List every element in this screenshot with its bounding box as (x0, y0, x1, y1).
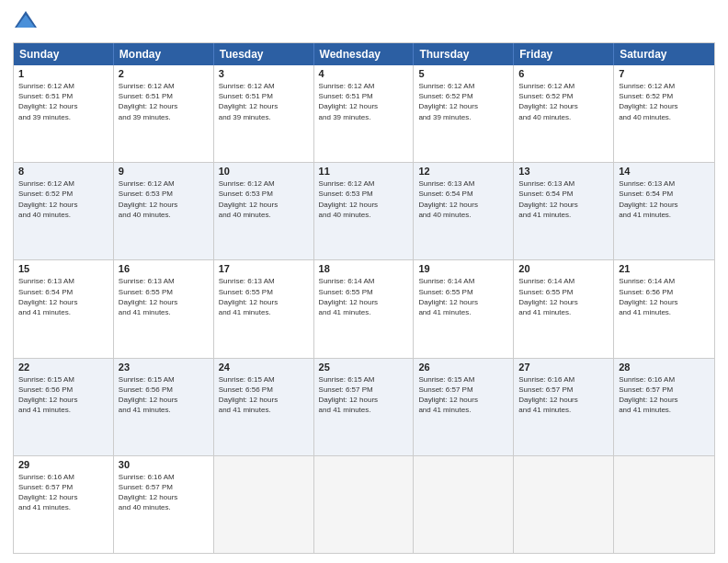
cell-info: Sunrise: 6:14 AMSunset: 6:55 PMDaylight:… (518, 276, 609, 317)
day-number: 28 (619, 362, 710, 373)
day-number: 4 (319, 68, 409, 79)
calendar-cell-11: 11Sunrise: 6:12 AMSunset: 6:53 PMDayligh… (314, 163, 415, 259)
page: SundayMondayTuesdayWednesdayThursdayFrid… (0, 0, 728, 563)
calendar-cell-29: 29Sunrise: 6:16 AMSunset: 6:57 PMDayligh… (14, 456, 114, 553)
calendar-cell-17: 17Sunrise: 6:13 AMSunset: 6:55 PMDayligh… (214, 260, 314, 357)
day-number: 18 (319, 263, 409, 274)
cell-info: Sunrise: 6:12 AMSunset: 6:51 PMDaylight:… (219, 81, 309, 122)
calendar-cell-empty (614, 456, 714, 553)
calendar-cell-28: 28Sunrise: 6:16 AMSunset: 6:57 PMDayligh… (614, 359, 714, 455)
calendar-cell-27: 27Sunrise: 6:16 AMSunset: 6:57 PMDayligh… (514, 359, 614, 455)
day-number: 22 (18, 362, 108, 373)
day-number: 19 (418, 263, 508, 274)
day-of-week-saturday: Saturday (614, 43, 714, 65)
day-number: 17 (219, 263, 309, 274)
day-number: 27 (518, 362, 609, 373)
cell-info: Sunrise: 6:12 AMSunset: 6:51 PMDaylight:… (18, 81, 108, 122)
calendar-row-4: 22Sunrise: 6:15 AMSunset: 6:56 PMDayligh… (14, 359, 714, 456)
day-of-week-wednesday: Wednesday (314, 43, 415, 65)
day-number: 2 (119, 68, 209, 79)
cell-info: Sunrise: 6:12 AMSunset: 6:53 PMDaylight:… (319, 178, 409, 220)
cell-info: Sunrise: 6:16 AMSunset: 6:57 PMDaylight:… (119, 472, 209, 513)
calendar-row-1: 1Sunrise: 6:12 AMSunset: 6:51 PMDaylight… (14, 65, 714, 163)
calendar-cell-18: 18Sunrise: 6:14 AMSunset: 6:55 PMDayligh… (314, 260, 415, 357)
calendar-cell-9: 9Sunrise: 6:12 AMSunset: 6:53 PMDaylight… (114, 163, 214, 259)
cell-info: Sunrise: 6:12 AMSunset: 6:52 PMDaylight:… (18, 178, 108, 220)
calendar-cell-7: 7Sunrise: 6:12 AMSunset: 6:52 PMDaylight… (614, 65, 714, 162)
day-of-week-tuesday: Tuesday (214, 43, 314, 65)
day-number: 8 (18, 166, 108, 177)
logo-icon (13, 9, 39, 35)
cell-info: Sunrise: 6:12 AMSunset: 6:52 PMDaylight:… (619, 81, 710, 122)
calendar-cell-10: 10Sunrise: 6:12 AMSunset: 6:53 PMDayligh… (214, 163, 314, 259)
day-number: 9 (119, 166, 209, 177)
cell-info: Sunrise: 6:14 AMSunset: 6:55 PMDaylight:… (319, 276, 409, 317)
day-number: 15 (18, 263, 108, 274)
day-number: 11 (319, 166, 409, 177)
day-number: 3 (219, 68, 309, 79)
cell-info: Sunrise: 6:12 AMSunset: 6:53 PMDaylight:… (119, 178, 209, 220)
calendar-cell-14: 14Sunrise: 6:13 AMSunset: 6:54 PMDayligh… (614, 163, 714, 259)
calendar-cell-13: 13Sunrise: 6:13 AMSunset: 6:54 PMDayligh… (514, 163, 614, 259)
calendar-cell-empty (514, 456, 614, 553)
cell-info: Sunrise: 6:13 AMSunset: 6:54 PMDaylight:… (18, 276, 108, 317)
calendar-cell-empty (314, 456, 415, 553)
day-number: 14 (619, 166, 710, 177)
calendar-cell-12: 12Sunrise: 6:13 AMSunset: 6:54 PMDayligh… (414, 163, 514, 259)
calendar-cell-19: 19Sunrise: 6:14 AMSunset: 6:55 PMDayligh… (414, 260, 514, 357)
cell-info: Sunrise: 6:15 AMSunset: 6:56 PMDaylight:… (219, 374, 309, 416)
day-number: 29 (18, 459, 108, 470)
calendar-cell-23: 23Sunrise: 6:15 AMSunset: 6:56 PMDayligh… (114, 359, 214, 455)
day-number: 30 (119, 459, 209, 470)
cell-info: Sunrise: 6:16 AMSunset: 6:57 PMDaylight:… (518, 374, 609, 416)
cell-info: Sunrise: 6:16 AMSunset: 6:57 PMDaylight:… (619, 374, 710, 416)
header (13, 9, 715, 35)
day-number: 26 (418, 362, 508, 373)
cell-info: Sunrise: 6:12 AMSunset: 6:51 PMDaylight:… (319, 81, 409, 122)
cell-info: Sunrise: 6:13 AMSunset: 6:55 PMDaylight:… (219, 276, 309, 317)
calendar-row-3: 15Sunrise: 6:13 AMSunset: 6:54 PMDayligh… (14, 260, 714, 358)
cell-info: Sunrise: 6:12 AMSunset: 6:52 PMDaylight:… (518, 81, 609, 122)
cell-info: Sunrise: 6:15 AMSunset: 6:57 PMDaylight:… (319, 374, 409, 416)
cell-info: Sunrise: 6:15 AMSunset: 6:57 PMDaylight:… (418, 374, 508, 416)
cell-info: Sunrise: 6:13 AMSunset: 6:55 PMDaylight:… (119, 276, 209, 317)
cell-info: Sunrise: 6:15 AMSunset: 6:56 PMDaylight:… (119, 374, 209, 416)
calendar-cell-1: 1Sunrise: 6:12 AMSunset: 6:51 PMDaylight… (14, 65, 114, 162)
cell-info: Sunrise: 6:14 AMSunset: 6:56 PMDaylight:… (619, 276, 710, 317)
day-number: 13 (518, 166, 609, 177)
calendar-cell-2: 2Sunrise: 6:12 AMSunset: 6:51 PMDaylight… (114, 65, 214, 162)
day-number: 12 (418, 166, 508, 177)
day-of-week-monday: Monday (114, 43, 214, 65)
day-number: 20 (518, 263, 609, 274)
day-of-week-sunday: Sunday (14, 43, 114, 65)
calendar: SundayMondayTuesdayWednesdayThursdayFrid… (13, 42, 715, 554)
cell-info: Sunrise: 6:15 AMSunset: 6:56 PMDaylight:… (18, 374, 108, 416)
calendar-row-2: 8Sunrise: 6:12 AMSunset: 6:52 PMDaylight… (14, 163, 714, 260)
calendar-body: 1Sunrise: 6:12 AMSunset: 6:51 PMDaylight… (14, 65, 714, 553)
day-number: 10 (219, 166, 309, 177)
cell-info: Sunrise: 6:13 AMSunset: 6:54 PMDaylight:… (418, 178, 508, 220)
cell-info: Sunrise: 6:13 AMSunset: 6:54 PMDaylight:… (619, 178, 710, 220)
calendar-cell-20: 20Sunrise: 6:14 AMSunset: 6:55 PMDayligh… (514, 260, 614, 357)
day-number: 7 (619, 68, 710, 79)
cell-info: Sunrise: 6:14 AMSunset: 6:55 PMDaylight:… (418, 276, 508, 317)
calendar-cell-empty (414, 456, 514, 553)
day-of-week-thursday: Thursday (414, 43, 514, 65)
calendar-cell-5: 5Sunrise: 6:12 AMSunset: 6:52 PMDaylight… (414, 65, 514, 162)
day-number: 5 (418, 68, 508, 79)
calendar-cell-24: 24Sunrise: 6:15 AMSunset: 6:56 PMDayligh… (214, 359, 314, 455)
calendar-cell-25: 25Sunrise: 6:15 AMSunset: 6:57 PMDayligh… (314, 359, 415, 455)
cell-info: Sunrise: 6:12 AMSunset: 6:52 PMDaylight:… (418, 81, 508, 122)
cell-info: Sunrise: 6:12 AMSunset: 6:51 PMDaylight:… (119, 81, 209, 122)
calendar-row-5: 29Sunrise: 6:16 AMSunset: 6:57 PMDayligh… (14, 456, 714, 553)
logo (13, 9, 42, 35)
calendar-cell-empty (214, 456, 314, 553)
calendar-cell-21: 21Sunrise: 6:14 AMSunset: 6:56 PMDayligh… (614, 260, 714, 357)
calendar-cell-30: 30Sunrise: 6:16 AMSunset: 6:57 PMDayligh… (114, 456, 214, 553)
day-number: 21 (619, 263, 710, 274)
calendar-cell-26: 26Sunrise: 6:15 AMSunset: 6:57 PMDayligh… (414, 359, 514, 455)
cell-info: Sunrise: 6:12 AMSunset: 6:53 PMDaylight:… (219, 178, 309, 220)
calendar-cell-22: 22Sunrise: 6:15 AMSunset: 6:56 PMDayligh… (14, 359, 114, 455)
cell-info: Sunrise: 6:16 AMSunset: 6:57 PMDaylight:… (18, 472, 108, 513)
day-of-week-friday: Friday (514, 43, 614, 65)
